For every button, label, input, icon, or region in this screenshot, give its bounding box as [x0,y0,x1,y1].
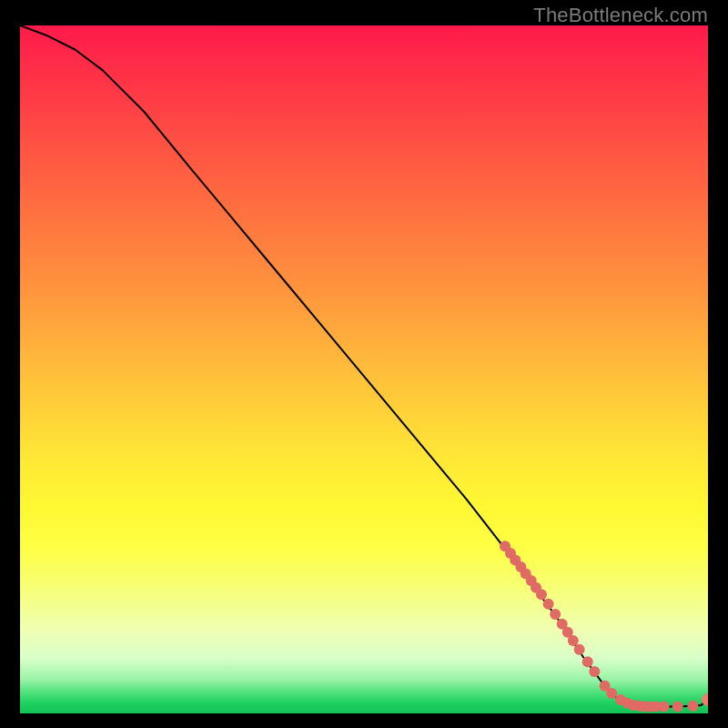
data-point-dot [582,656,593,667]
data-point-dot [606,688,617,699]
data-point-dot [574,644,585,655]
data-point-cluster [500,541,698,712]
data-point-dot [568,635,579,646]
plot-area [20,25,708,713]
watermark-text: TheBottleneck.com [533,4,708,27]
data-point-dot [550,609,561,620]
data-point-dot [536,589,547,600]
chart-frame: TheBottleneck.com [0,0,728,728]
chart-svg-overlay [20,25,708,713]
data-point-dot [659,701,670,712]
data-point-dot [687,701,698,712]
data-point-dot [672,701,683,712]
data-point-dot [543,599,554,610]
bottleneck-curve [20,25,708,706]
data-point-dot [589,666,600,677]
